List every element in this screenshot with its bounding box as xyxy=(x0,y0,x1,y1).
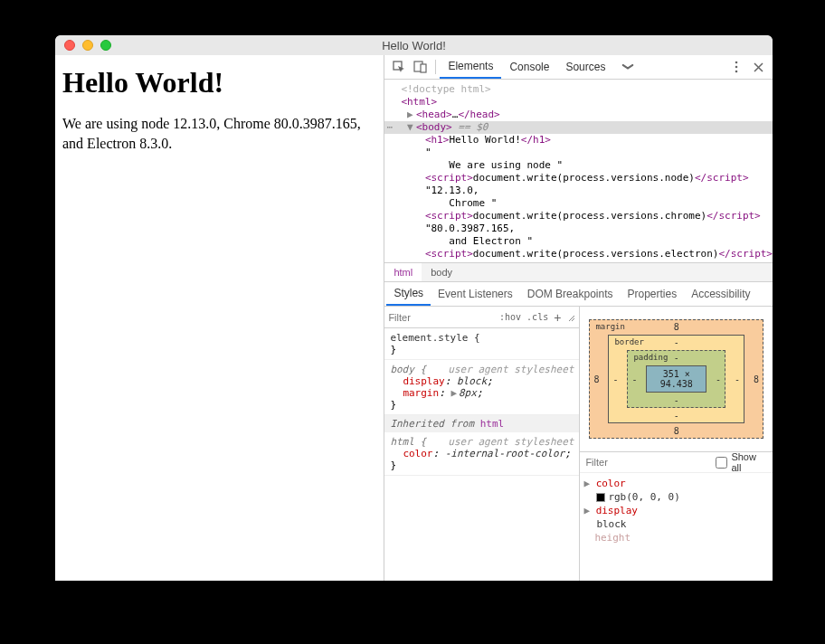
breadcrumb: html body xyxy=(384,262,773,282)
tab-elements[interactable]: Elements xyxy=(440,55,501,79)
inspect-icon[interactable] xyxy=(388,56,410,78)
tab-styles[interactable]: Styles xyxy=(386,282,431,306)
dom-tree[interactable]: <!doctype html> <html> ▶<head>…</head> ▼… xyxy=(384,80,773,262)
tab-overflow[interactable] xyxy=(613,55,642,79)
page-heading: Hello World! xyxy=(62,66,376,99)
titlebar: Hello World! xyxy=(55,35,773,55)
box-model-content: 351 × 94.438 xyxy=(646,365,706,393)
hov-toggle[interactable]: :hov xyxy=(499,312,521,322)
color-swatch[interactable] xyxy=(596,493,605,502)
close-devtools-icon[interactable] xyxy=(747,56,769,78)
devtools-panel: Elements Console Sources <!doctype xyxy=(384,55,773,581)
expand-icon[interactable]: ▶ xyxy=(583,478,590,489)
expand-icon[interactable]: ▶ xyxy=(407,109,416,121)
crumb-body[interactable]: body xyxy=(422,263,461,281)
resize-icon xyxy=(566,313,575,322)
new-rule-icon[interactable]: + xyxy=(554,310,561,325)
expand-icon[interactable]: ▶ xyxy=(583,505,590,516)
tab-dom-breakpoints[interactable]: DOM Breakpoints xyxy=(520,282,621,306)
styles-filter-input[interactable] xyxy=(388,312,494,323)
minimize-window-button[interactable] xyxy=(82,40,93,51)
traffic-lights xyxy=(55,40,111,51)
computed-filter-input[interactable] xyxy=(585,457,710,468)
tab-accessibility[interactable]: Accessibility xyxy=(684,282,757,306)
inherited-link[interactable]: html xyxy=(480,418,505,430)
tab-sources[interactable]: Sources xyxy=(557,55,613,79)
styles-tabbar: Styles Event Listeners DOM Breakpoints P… xyxy=(384,282,773,307)
computed-list: ▶ color rgb(0, 0, 0) ▶ display block hei… xyxy=(580,473,773,548)
expand-icon[interactable]: ▶ xyxy=(450,387,457,399)
page-content: Hello World! We are using node 12.13.0, … xyxy=(55,55,384,581)
crumb-html[interactable]: html xyxy=(384,263,422,281)
device-mode-icon[interactable] xyxy=(410,56,431,78)
settings-icon[interactable] xyxy=(725,56,747,78)
box-model[interactable]: margin 8 8 8 8 border - - - xyxy=(580,307,773,451)
dom-body-selected[interactable]: ▼<body> == $0 xyxy=(384,121,773,134)
styles-pane: :hov .cls + element.style { } body {us xyxy=(384,307,580,581)
tab-listeners[interactable]: Event Listeners xyxy=(431,282,520,306)
dom-html-open: <html> xyxy=(401,96,437,108)
rule-html[interactable]: html {user agent stylesheet color: -inte… xyxy=(384,432,579,476)
svg-point-4 xyxy=(735,66,738,69)
computed-height: height xyxy=(583,532,631,544)
svg-rect-2 xyxy=(421,64,426,72)
app-window: Hello World! Hello World! We are using n… xyxy=(55,35,773,581)
svg-point-3 xyxy=(735,62,738,64)
svg-point-5 xyxy=(735,71,738,73)
page-paragraph: We are using node 12.13.0, Chrome 80.0.3… xyxy=(62,114,376,153)
tab-console[interactable]: Console xyxy=(501,55,557,79)
dom-doctype: <!doctype html> xyxy=(401,83,490,95)
show-all-checkbox[interactable] xyxy=(716,457,727,469)
show-all-toggle[interactable]: Show all xyxy=(716,451,767,473)
cls-toggle[interactable]: .cls xyxy=(526,312,548,322)
rule-element-style[interactable]: element.style { } xyxy=(384,328,579,360)
zoom-window-button[interactable] xyxy=(100,40,111,51)
inherited-header: Inherited from html xyxy=(384,415,579,432)
collapse-icon[interactable]: ▼ xyxy=(407,121,416,134)
tab-properties[interactable]: Properties xyxy=(620,282,684,306)
rule-body[interactable]: body {user agent stylesheet display: blo… xyxy=(384,360,579,415)
window-title: Hello World! xyxy=(55,39,773,52)
close-window-button[interactable] xyxy=(64,40,75,51)
devtools-tabbar: Elements Console Sources xyxy=(384,55,773,80)
